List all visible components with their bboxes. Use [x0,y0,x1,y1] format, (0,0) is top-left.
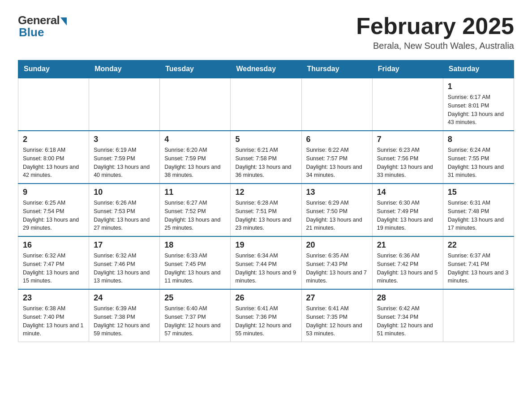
day-number: 2 [23,135,84,144]
month-title: February 2025 [356,13,514,39]
day-info: Sunrise: 6:42 AM Sunset: 7:34 PM Dayligh… [377,304,438,338]
calendar-week-row: 9Sunrise: 6:25 AM Sunset: 7:54 PM Daylig… [18,184,514,236]
calendar-cell: 12Sunrise: 6:28 AM Sunset: 7:51 PM Dayli… [231,184,301,236]
day-number: 4 [164,135,226,144]
calendar-header-friday: Friday [372,60,443,78]
day-number: 25 [164,293,226,303]
day-number: 1 [448,82,509,91]
calendar-cell: 19Sunrise: 6:34 AM Sunset: 7:44 PM Dayli… [231,236,301,289]
day-info: Sunrise: 6:34 AM Sunset: 7:44 PM Dayligh… [235,252,296,285]
location-text: Berala, New South Wales, Australia [356,41,514,51]
calendar-cell: 23Sunrise: 6:38 AM Sunset: 7:40 PM Dayli… [18,289,89,342]
calendar-cell [18,78,89,131]
calendar-cell: 7Sunrise: 6:23 AM Sunset: 7:56 PM Daylig… [372,131,443,184]
day-number: 26 [235,293,296,303]
logo-blue-text: Blue [19,26,44,39]
day-info: Sunrise: 6:38 AM Sunset: 7:40 PM Dayligh… [23,304,84,338]
day-info: Sunrise: 6:35 AM Sunset: 7:43 PM Dayligh… [306,252,368,285]
day-number: 8 [448,135,509,144]
day-number: 17 [94,240,155,250]
day-number: 24 [94,293,155,303]
calendar-cell: 13Sunrise: 6:29 AM Sunset: 7:50 PM Dayli… [301,184,372,236]
calendar-header-row: SundayMondayTuesdayWednesdayThursdayFrid… [18,60,514,78]
day-number: 15 [448,188,509,197]
calendar-cell: 8Sunrise: 6:24 AM Sunset: 7:55 PM Daylig… [443,131,514,184]
calendar-header-sunday: Sunday [18,60,89,78]
day-number: 9 [23,188,84,197]
calendar-cell [231,78,301,131]
calendar-cell: 2Sunrise: 6:18 AM Sunset: 8:00 PM Daylig… [18,131,89,184]
day-info: Sunrise: 6:18 AM Sunset: 8:00 PM Dayligh… [23,146,84,180]
title-section: February 2025 Berala, New South Wales, A… [356,13,514,51]
calendar-cell: 28Sunrise: 6:42 AM Sunset: 7:34 PM Dayli… [372,289,443,342]
day-info: Sunrise: 6:27 AM Sunset: 7:52 PM Dayligh… [164,199,226,232]
day-number: 23 [23,293,84,303]
day-info: Sunrise: 6:22 AM Sunset: 7:57 PM Dayligh… [306,146,368,180]
day-info: Sunrise: 6:41 AM Sunset: 7:35 PM Dayligh… [306,304,368,338]
day-info: Sunrise: 6:31 AM Sunset: 7:48 PM Dayligh… [448,199,509,232]
day-number: 12 [235,188,296,197]
calendar-header-saturday: Saturday [443,60,514,78]
day-info: Sunrise: 6:26 AM Sunset: 7:53 PM Dayligh… [94,199,155,232]
day-number: 7 [377,135,438,144]
calendar-week-row: 2Sunrise: 6:18 AM Sunset: 8:00 PM Daylig… [18,131,514,184]
calendar-cell: 15Sunrise: 6:31 AM Sunset: 7:48 PM Dayli… [443,184,514,236]
day-info: Sunrise: 6:33 AM Sunset: 7:45 PM Dayligh… [164,252,226,285]
page-header: General Blue February 2025 Berala, New S… [18,13,514,51]
day-number: 22 [448,240,509,250]
day-info: Sunrise: 6:17 AM Sunset: 8:01 PM Dayligh… [448,93,509,127]
logo: General Blue [18,13,67,39]
day-number: 14 [377,188,438,197]
day-info: Sunrise: 6:25 AM Sunset: 7:54 PM Dayligh… [23,199,84,232]
calendar-cell: 20Sunrise: 6:35 AM Sunset: 7:43 PM Dayli… [301,236,372,289]
calendar-week-row: 16Sunrise: 6:32 AM Sunset: 7:47 PM Dayli… [18,236,514,289]
day-info: Sunrise: 6:40 AM Sunset: 7:37 PM Dayligh… [164,304,226,338]
day-number: 18 [164,240,226,250]
calendar-cell: 10Sunrise: 6:26 AM Sunset: 7:53 PM Dayli… [89,184,160,236]
calendar-cell [301,78,372,131]
day-info: Sunrise: 6:24 AM Sunset: 7:55 PM Dayligh… [448,146,509,180]
calendar-cell: 4Sunrise: 6:20 AM Sunset: 7:59 PM Daylig… [160,131,231,184]
calendar-cell: 16Sunrise: 6:32 AM Sunset: 7:47 PM Dayli… [18,236,89,289]
calendar-header-wednesday: Wednesday [231,60,301,78]
calendar-cell: 9Sunrise: 6:25 AM Sunset: 7:54 PM Daylig… [18,184,89,236]
day-info: Sunrise: 6:19 AM Sunset: 7:59 PM Dayligh… [94,146,155,180]
calendar-cell: 24Sunrise: 6:39 AM Sunset: 7:38 PM Dayli… [89,289,160,342]
day-number: 11 [164,188,226,197]
day-info: Sunrise: 6:28 AM Sunset: 7:51 PM Dayligh… [235,199,296,232]
calendar-table: SundayMondayTuesdayWednesdayThursdayFrid… [18,60,514,342]
calendar-week-row: 23Sunrise: 6:38 AM Sunset: 7:40 PM Dayli… [18,289,514,342]
day-number: 3 [94,135,155,144]
calendar-cell: 25Sunrise: 6:40 AM Sunset: 7:37 PM Dayli… [160,289,231,342]
day-info: Sunrise: 6:30 AM Sunset: 7:49 PM Dayligh… [377,199,438,232]
day-info: Sunrise: 6:39 AM Sunset: 7:38 PM Dayligh… [94,304,155,338]
day-info: Sunrise: 6:23 AM Sunset: 7:56 PM Dayligh… [377,146,438,180]
day-number: 5 [235,135,296,144]
calendar-cell: 3Sunrise: 6:19 AM Sunset: 7:59 PM Daylig… [89,131,160,184]
day-info: Sunrise: 6:21 AM Sunset: 7:58 PM Dayligh… [235,146,296,180]
calendar-week-row: 1Sunrise: 6:17 AM Sunset: 8:01 PM Daylig… [18,78,514,131]
logo-arrow-icon [60,17,67,26]
calendar-cell: 1Sunrise: 6:17 AM Sunset: 8:01 PM Daylig… [443,78,514,131]
calendar-cell: 18Sunrise: 6:33 AM Sunset: 7:45 PM Dayli… [160,236,231,289]
day-info: Sunrise: 6:20 AM Sunset: 7:59 PM Dayligh… [164,146,226,180]
day-number: 27 [306,293,368,303]
calendar-header-tuesday: Tuesday [160,60,231,78]
calendar-cell [89,78,160,131]
calendar-cell: 22Sunrise: 6:37 AM Sunset: 7:41 PM Dayli… [443,236,514,289]
day-info: Sunrise: 6:32 AM Sunset: 7:47 PM Dayligh… [23,252,84,285]
calendar-header-thursday: Thursday [301,60,372,78]
day-info: Sunrise: 6:29 AM Sunset: 7:50 PM Dayligh… [306,199,368,232]
calendar-cell: 21Sunrise: 6:36 AM Sunset: 7:42 PM Dayli… [372,236,443,289]
day-info: Sunrise: 6:36 AM Sunset: 7:42 PM Dayligh… [377,252,438,285]
day-number: 21 [377,240,438,250]
calendar-cell: 17Sunrise: 6:32 AM Sunset: 7:46 PM Dayli… [89,236,160,289]
day-number: 28 [377,293,438,303]
calendar-cell: 11Sunrise: 6:27 AM Sunset: 7:52 PM Dayli… [160,184,231,236]
calendar-cell: 26Sunrise: 6:41 AM Sunset: 7:36 PM Dayli… [231,289,301,342]
calendar-cell: 5Sunrise: 6:21 AM Sunset: 7:58 PM Daylig… [231,131,301,184]
calendar-cell: 27Sunrise: 6:41 AM Sunset: 7:35 PM Dayli… [301,289,372,342]
day-number: 10 [94,188,155,197]
day-info: Sunrise: 6:37 AM Sunset: 7:41 PM Dayligh… [448,252,509,285]
calendar-cell [443,289,514,342]
